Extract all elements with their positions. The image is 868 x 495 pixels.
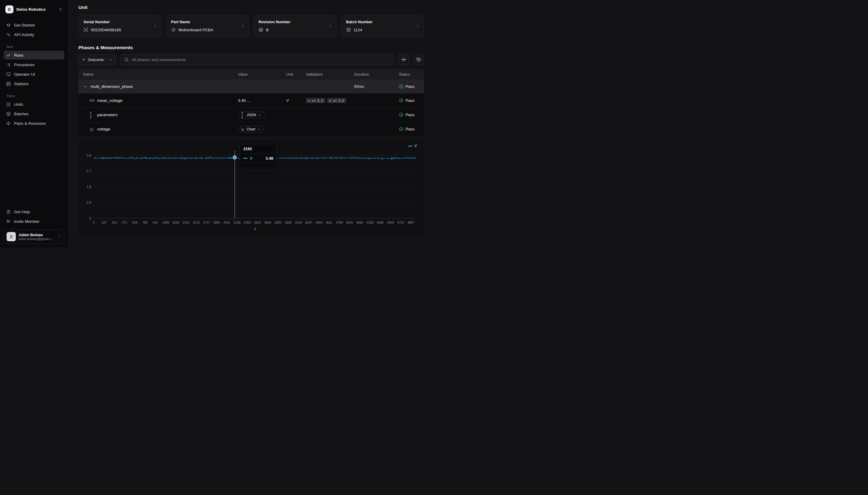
status-label: Pass bbox=[406, 127, 414, 131]
package-icon bbox=[346, 28, 351, 32]
sidebar-footer: Get HelpInvite Member Julien Buteau juli… bbox=[4, 207, 64, 244]
sidebar-item-label: Parts & Revisions bbox=[14, 121, 46, 126]
search-input[interactable] bbox=[132, 57, 390, 62]
activity-icon bbox=[6, 32, 11, 37]
svg-text:2355: 2355 bbox=[244, 221, 251, 224]
status-label: Pass bbox=[406, 84, 414, 89]
page-title: Unit bbox=[78, 5, 424, 10]
sidebar-item-units[interactable]: Units bbox=[4, 100, 64, 109]
json-badge[interactable]: { }JSON bbox=[238, 112, 265, 118]
sidebar-item-label: Get Help bbox=[14, 210, 30, 214]
svg-text:2041: 2041 bbox=[223, 221, 230, 224]
package-icon bbox=[6, 112, 11, 116]
status-badge: Pass bbox=[395, 84, 424, 89]
sidebar-item-api-activity[interactable]: API Activity bbox=[4, 30, 64, 39]
workspace-name: Delos Robotics bbox=[16, 7, 46, 12]
sidebar-item-label: Invite Member bbox=[14, 219, 40, 224]
svg-text:2198: 2198 bbox=[233, 221, 241, 224]
svg-text:3611: 3611 bbox=[326, 221, 332, 224]
user-card[interactable]: Julien Buteau julien.buteau@gmail.com bbox=[4, 229, 64, 244]
voltage-chart-panel[interactable]: 00.91.82.73.6015731447162878594210991256… bbox=[78, 140, 424, 234]
svg-text:4396: 4396 bbox=[377, 221, 384, 224]
table-row-parameters[interactable]: { }parameters{ }JSONPass bbox=[78, 107, 424, 122]
table-row-mean-voltage[interactable]: 123mean_voltage3.40 …Vx >= 3.3x <= 3.5Pa… bbox=[78, 93, 424, 107]
svg-text:628: 628 bbox=[132, 221, 137, 224]
row-value: 3.40 … bbox=[238, 98, 251, 103]
status-label: Pass bbox=[406, 113, 414, 117]
history-button[interactable] bbox=[413, 54, 424, 65]
svg-text:3140: 3140 bbox=[295, 221, 302, 224]
column-header-value: Value bbox=[234, 72, 283, 76]
number-icon: 123 bbox=[90, 98, 94, 103]
phases-section-title: Phases & Measurements bbox=[78, 45, 424, 50]
sidebar-item-get-started[interactable]: Get Started bbox=[4, 20, 64, 30]
fold-columns-button[interactable] bbox=[398, 54, 409, 65]
tooltip-series-dash bbox=[243, 158, 247, 159]
chart-tooltip: 2162 V 3.48 bbox=[240, 144, 277, 163]
unit-card-revision-number[interactable]: Revision NumberB bbox=[253, 15, 337, 37]
sidebar-item-invite-member[interactable]: Invite Member bbox=[4, 217, 64, 226]
monitor-icon bbox=[6, 72, 11, 76]
person-icon bbox=[9, 234, 14, 239]
help-circle-icon bbox=[6, 210, 11, 214]
tooltip-x-value: 2162 bbox=[240, 144, 277, 154]
scan-barcode-icon bbox=[83, 28, 88, 32]
check-circle-icon bbox=[399, 84, 404, 89]
outcome-filter-button[interactable]: Outcome bbox=[78, 54, 116, 65]
card-label: Revision Number bbox=[259, 20, 331, 24]
sidebar-item-stations[interactable]: Stations bbox=[4, 79, 64, 88]
sidebar-item-label: Runs bbox=[14, 53, 23, 57]
outcome-filter-label: Outcome bbox=[88, 57, 104, 62]
status-badge: Pass bbox=[395, 98, 424, 103]
check-circle-icon bbox=[399, 113, 404, 117]
chevron-down-icon bbox=[109, 58, 112, 61]
column-header-duration: Duration bbox=[351, 72, 395, 76]
sidebar-item-get-help[interactable]: Get Help bbox=[4, 207, 64, 216]
unit-card-serial-number[interactable]: Serial Number00220D4K68185 bbox=[78, 15, 162, 37]
unit-card-batch-number[interactable]: Batch Number1124 bbox=[341, 15, 424, 37]
card-value: 1124 bbox=[346, 28, 419, 32]
status-label: Pass bbox=[406, 98, 414, 103]
row-duration: 92ms bbox=[351, 84, 395, 89]
row-name: multi_dimension_phase bbox=[91, 84, 133, 89]
card-value: 00220D4K68185 bbox=[83, 28, 157, 32]
chart-badge[interactable]: Chart bbox=[238, 126, 264, 133]
chart-icon bbox=[90, 127, 94, 131]
status-badge: Pass bbox=[395, 113, 424, 117]
scan-box-icon bbox=[6, 102, 11, 107]
svg-text:0: 0 bbox=[93, 221, 95, 224]
user-name: Julien Buteau bbox=[18, 233, 54, 237]
workspace-switcher[interactable]: D Delos Robotics bbox=[4, 4, 64, 15]
table-row-multi-dimension-phase[interactable]: multi_dimension_phase92msPass bbox=[78, 80, 424, 93]
svg-text:0: 0 bbox=[89, 217, 91, 220]
validator-chip: x >= 3.3 bbox=[306, 98, 325, 103]
sidebar-nav-top: Get StartedAPI Activity bbox=[4, 20, 64, 39]
card-label: Serial Number bbox=[83, 20, 157, 24]
kebab-menu-icon[interactable] bbox=[57, 234, 62, 239]
svg-text:314: 314 bbox=[112, 221, 117, 224]
card-value: B bbox=[259, 28, 331, 32]
unit-card-part-name[interactable]: Part NameMotherboard PCBA bbox=[166, 15, 249, 37]
sidebar-item-label: Operator UI bbox=[14, 72, 35, 76]
sidebar-item-operator-ui[interactable]: Operator UI bbox=[4, 70, 64, 79]
table-row-voltage[interactable]: voltageChartPass bbox=[78, 122, 424, 136]
column-header-name: Name bbox=[78, 72, 234, 76]
sidebar-item-label: Units bbox=[14, 102, 23, 107]
chevron-right-icon bbox=[153, 24, 158, 28]
chart-legend[interactable]: V bbox=[408, 144, 417, 148]
svg-text:471: 471 bbox=[122, 221, 127, 224]
sidebar-item-batches[interactable]: Batches bbox=[4, 109, 64, 118]
check-circle-icon bbox=[399, 127, 404, 131]
sidebar-item-parts-revisions[interactable]: Parts & Revisions bbox=[4, 119, 64, 128]
sidebar-section-label-test: Test bbox=[6, 45, 62, 49]
search-box[interactable] bbox=[120, 54, 394, 65]
svg-text:s: s bbox=[254, 227, 256, 231]
legend-series-dash bbox=[408, 146, 412, 147]
card-value: Motherboard PCBA bbox=[171, 28, 244, 32]
sidebar-item-runs[interactable]: Runs bbox=[4, 51, 64, 59]
card-label: Part Name bbox=[171, 20, 244, 24]
svg-text:3454: 3454 bbox=[315, 221, 323, 224]
svg-text:0.9: 0.9 bbox=[86, 201, 91, 204]
sidebar-item-procedures[interactable]: Procedures bbox=[4, 60, 64, 69]
chart-icon bbox=[241, 127, 245, 131]
